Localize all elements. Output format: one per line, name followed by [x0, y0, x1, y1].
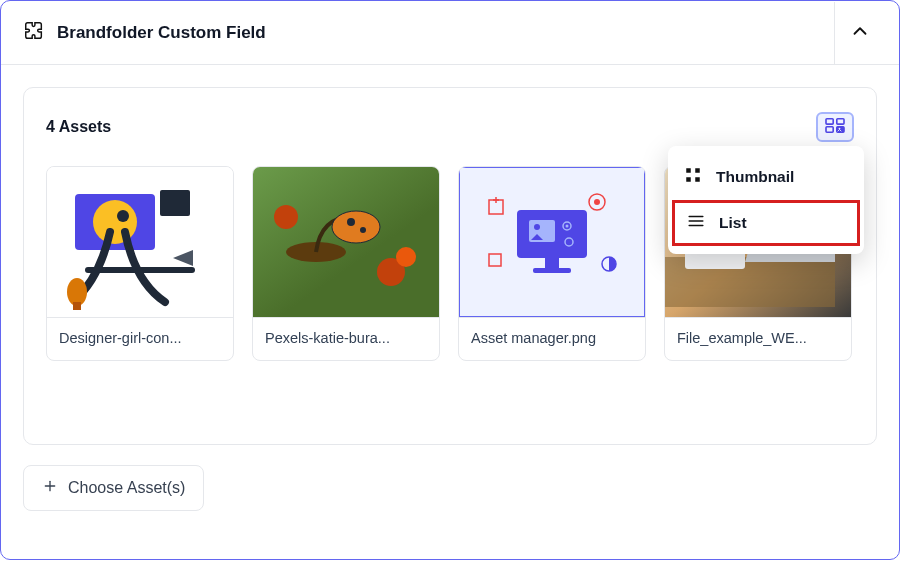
svg-rect-2 — [826, 127, 833, 132]
asset-name: Pexels-katie-bura... — [253, 317, 439, 360]
assets-count: 4 Assets — [46, 118, 111, 136]
svg-point-23 — [360, 227, 366, 233]
panel-title: Brandfolder Custom Field — [57, 23, 266, 43]
grid-icon — [684, 166, 702, 188]
panel-header-right — [834, 2, 877, 64]
svg-rect-28 — [545, 258, 559, 268]
svg-point-26 — [274, 205, 298, 229]
view-menu-list[interactable]: List — [672, 200, 860, 246]
asset-thumbnail — [253, 167, 439, 317]
asset-thumbnail — [459, 167, 645, 317]
svg-rect-6 — [695, 168, 700, 173]
view-menu: Thumbnail List — [668, 146, 864, 254]
view-menu-thumbnail-label: Thumbnail — [716, 168, 794, 186]
asset-item[interactable]: Designer-girl-con... — [46, 166, 234, 361]
svg-rect-13 — [160, 190, 190, 216]
chevron-up-icon[interactable] — [843, 12, 877, 54]
asset-name: Asset manager.png — [459, 317, 645, 360]
panel-header-left: Brandfolder Custom Field — [23, 20, 266, 46]
svg-point-33 — [566, 225, 569, 228]
svg-rect-1 — [837, 119, 844, 124]
view-menu-thumbnail[interactable]: Thumbnail — [668, 154, 864, 200]
asset-thumbnail — [47, 167, 233, 317]
thumbnail-view-icon — [824, 116, 846, 138]
svg-point-25 — [396, 247, 416, 267]
panel-header[interactable]: Brandfolder Custom Field — [1, 1, 899, 65]
plus-icon — [42, 478, 58, 498]
choose-assets-label: Choose Asset(s) — [68, 479, 185, 497]
list-icon — [687, 212, 705, 234]
asset-item[interactable]: Pexels-katie-bura... — [252, 166, 440, 361]
custom-field-panel: Brandfolder Custom Field 4 Assets — [0, 0, 900, 560]
svg-point-14 — [93, 200, 137, 244]
svg-point-17 — [67, 278, 87, 306]
svg-rect-18 — [73, 302, 81, 310]
asset-name: File_example_WE... — [665, 317, 851, 360]
svg-point-22 — [347, 218, 355, 226]
choose-assets-button[interactable]: Choose Asset(s) — [23, 465, 204, 511]
svg-rect-8 — [695, 177, 700, 182]
svg-rect-29 — [533, 268, 571, 273]
panel-body: 4 Assets — [1, 65, 899, 531]
svg-point-36 — [594, 199, 600, 205]
asset-item[interactable]: Asset manager.png — [458, 166, 646, 361]
view-menu-list-label: List — [719, 214, 747, 232]
svg-rect-7 — [686, 177, 691, 182]
assets-card: 4 Assets — [23, 87, 877, 445]
svg-point-31 — [534, 224, 540, 230]
svg-rect-38 — [489, 254, 501, 266]
svg-rect-5 — [686, 168, 691, 173]
asset-name: Designer-girl-con... — [47, 317, 233, 360]
view-toggle-button[interactable] — [816, 112, 854, 142]
svg-point-16 — [117, 210, 129, 222]
header-divider — [834, 2, 835, 64]
svg-rect-0 — [826, 119, 833, 124]
extension-icon — [23, 20, 45, 46]
assets-head: 4 Assets — [46, 112, 854, 142]
